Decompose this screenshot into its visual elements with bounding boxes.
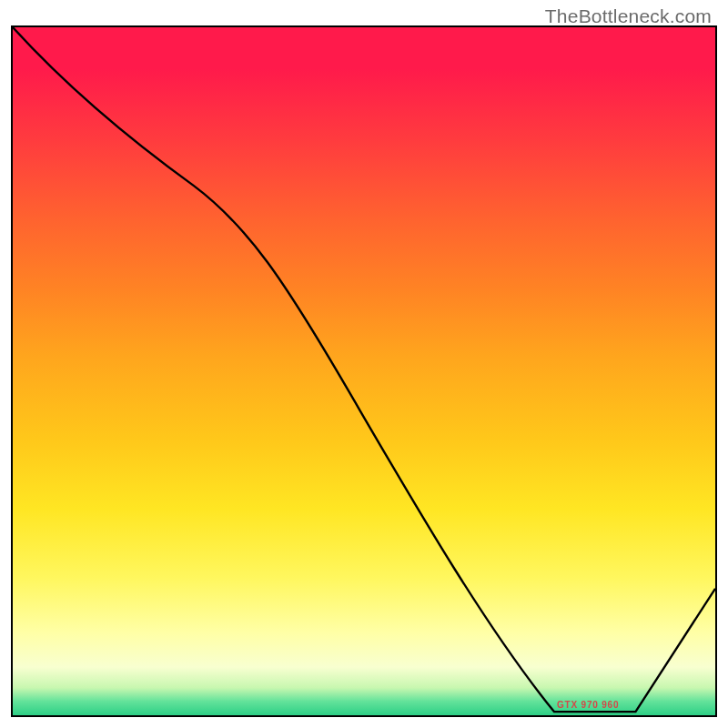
optimal-region-label: GTX 970 960 xyxy=(557,700,619,710)
chart-area: GTX 970 960 xyxy=(11,25,717,717)
bottleneck-curve xyxy=(13,27,715,715)
watermark-text: TheBottleneck.com xyxy=(545,5,712,27)
